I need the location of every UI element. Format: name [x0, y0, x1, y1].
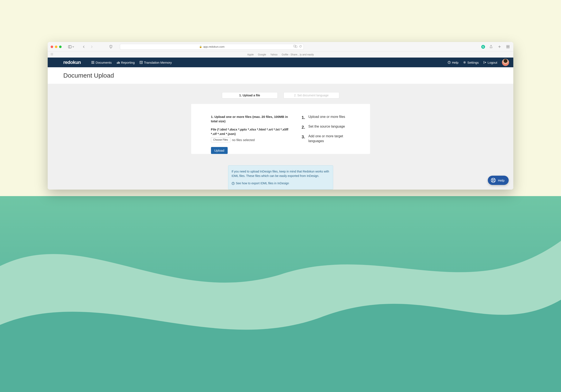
logout-icon — [483, 61, 486, 64]
help-fab-label: Help — [498, 179, 505, 182]
forward-icon[interactable] — [89, 44, 94, 49]
nav-help[interactable]: ? Help — [448, 61, 458, 64]
svg-point-15 — [51, 55, 51, 55]
list-icon — [91, 61, 94, 64]
svg-text:?: ? — [449, 61, 450, 64]
upload-button[interactable]: Upload — [211, 147, 228, 154]
nav-settings-label: Settings — [467, 61, 479, 64]
step-number: 1. — [302, 115, 305, 120]
list-item: 2. Set the source language — [302, 124, 350, 130]
svg-point-10 — [52, 53, 52, 53]
table-icon — [140, 61, 143, 64]
info-link[interactable]: ? See how to export IDML files in InDesi… — [232, 181, 330, 186]
bookmark-yahoo[interactable]: Yahoo — [270, 53, 277, 56]
bookmarks-bar: Apple Google Yahoo Gofile - Share…ly and… — [48, 52, 513, 58]
browser-titlebar: 🔒 app.redokun.com G — [48, 42, 513, 52]
svg-rect-6 — [508, 45, 509, 47]
address-bar[interactable]: 🔒 app.redokun.com — [120, 44, 304, 50]
choose-files-button[interactable]: Choose Files — [211, 137, 230, 142]
nav-help-label: Help — [452, 61, 458, 64]
window-minimize-icon[interactable] — [55, 45, 57, 48]
reload-icon[interactable] — [299, 45, 302, 49]
step-number: 2. — [302, 124, 305, 130]
question-circle-icon: ? — [448, 61, 451, 64]
nav-tm-label: Translation Memory — [144, 61, 172, 64]
new-tab-icon[interactable] — [497, 44, 502, 49]
url-host: app.redokun.com — [203, 45, 225, 48]
logo[interactable]: redokun — [63, 60, 81, 65]
page-title: Document Upload — [48, 67, 513, 84]
nav-tm[interactable]: Translation Memory — [140, 61, 172, 64]
main-panel: 1. Upload one or more files (max. 20 fil… — [191, 104, 370, 154]
traffic-lights — [51, 45, 62, 48]
svg-rect-5 — [507, 45, 508, 47]
svg-point-11 — [53, 53, 53, 53]
tab-step-1[interactable]: 1. Upload a file — [222, 92, 278, 98]
nav-documents[interactable]: Documents — [91, 61, 112, 64]
svg-point-14 — [53, 54, 53, 54]
privacy-shield-icon[interactable] — [108, 44, 113, 49]
svg-rect-3 — [294, 45, 296, 47]
upload-heading: 1. Upload one or more files (max. 20 fil… — [211, 115, 290, 123]
tab-overview-icon[interactable] — [506, 44, 510, 49]
svg-rect-18 — [91, 61, 94, 62]
info-callout: If you need to upload InDesign files, ke… — [228, 165, 333, 190]
svg-rect-4 — [295, 46, 297, 48]
window-zoom-icon[interactable] — [59, 45, 62, 48]
step-number: 3. — [302, 134, 305, 143]
nav-settings[interactable]: Settings — [463, 61, 479, 64]
svg-text:?: ? — [233, 182, 234, 184]
svg-point-33 — [492, 180, 494, 181]
browser-window: 🔒 app.redokun.com G Apple Google Yahoo G… — [48, 42, 513, 190]
svg-point-17 — [53, 55, 53, 55]
translate-icon[interactable] — [293, 45, 297, 49]
svg-point-9 — [51, 53, 51, 53]
nav-reporting[interactable]: Reporting — [117, 61, 135, 64]
no-files-text: no files selected — [232, 138, 255, 142]
svg-rect-19 — [91, 62, 94, 63]
info-text: If you need to upload InDesign files, ke… — [232, 169, 330, 178]
list-item: 3. Add one or more target languages — [302, 134, 350, 143]
bookmark-google[interactable]: Google — [258, 53, 266, 56]
lifebuoy-icon — [491, 178, 496, 183]
gear-icon — [463, 61, 466, 64]
svg-rect-23 — [119, 62, 120, 64]
svg-point-13 — [52, 54, 52, 54]
svg-rect-22 — [118, 62, 119, 64]
svg-point-29 — [464, 62, 465, 63]
avatar[interactable] — [502, 59, 509, 66]
nav-logout[interactable]: Logout — [483, 61, 497, 64]
content-area: 1. Upload a file 2. Set document languag… — [48, 84, 513, 190]
app-header: redokun Documents Reporting Translation … — [48, 58, 513, 67]
bookmark-gofile[interactable]: Gofile - Share…ly and easily — [282, 53, 314, 56]
step-text: Set the source language — [308, 124, 345, 130]
help-fab[interactable]: Help — [488, 176, 509, 185]
svg-point-16 — [52, 55, 52, 55]
grammarly-icon[interactable]: G — [481, 45, 485, 49]
step-text: Add one or more target languages — [308, 134, 350, 143]
apps-grid-icon[interactable] — [51, 53, 53, 56]
list-item: 1. Upload one or more files — [302, 115, 350, 120]
question-circle-icon: ? — [232, 182, 235, 185]
file-types-label: File (*.idml *.docx *.pptx *.xlsx *.html… — [211, 127, 290, 136]
steps-list: 1. Upload one or more files 2. Set the s… — [302, 115, 350, 143]
svg-point-12 — [51, 54, 51, 54]
nav-documents-label: Documents — [96, 61, 112, 64]
svg-rect-0 — [68, 45, 71, 48]
step-text: Upload one or more files — [308, 115, 345, 120]
tab-step-2: 2. Set document language — [284, 92, 339, 98]
svg-rect-20 — [91, 63, 94, 64]
back-icon[interactable] — [81, 44, 86, 49]
bar-chart-icon — [117, 61, 120, 64]
nav-logout-label: Logout — [488, 61, 497, 64]
svg-rect-7 — [507, 47, 508, 48]
sidebar-toggle[interactable] — [68, 45, 74, 49]
nav-reporting-label: Reporting — [121, 61, 135, 64]
svg-rect-8 — [508, 47, 509, 48]
lock-icon: 🔒 — [199, 45, 202, 48]
bookmark-apple[interactable]: Apple — [247, 53, 254, 56]
window-close-icon[interactable] — [51, 45, 53, 48]
share-icon[interactable] — [489, 44, 494, 49]
info-link-label: See how to export IDML files in InDesign — [236, 181, 289, 186]
svg-rect-21 — [117, 63, 118, 64]
